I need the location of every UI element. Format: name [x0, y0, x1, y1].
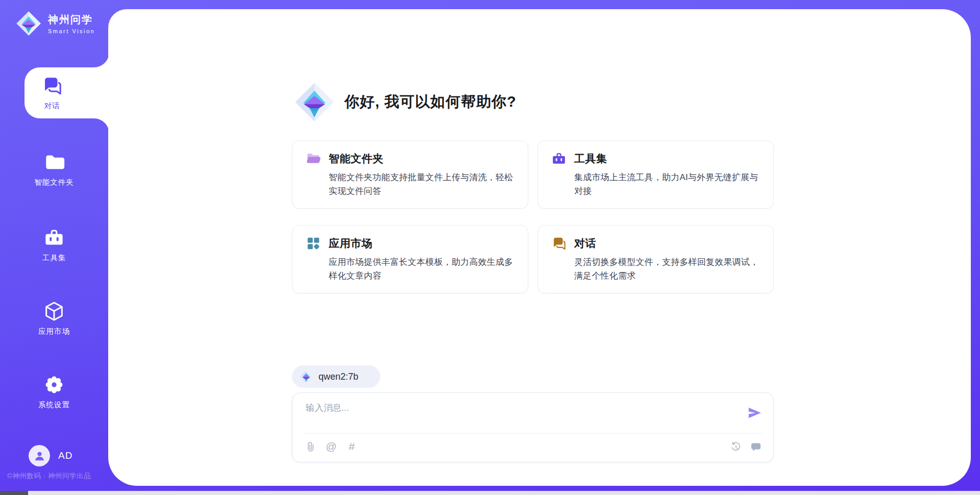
feature-card-desc: 应用市场提供丰富长文本模板，助力高效生成多样化文章内容 [329, 255, 514, 283]
person-icon [33, 450, 46, 462]
composer-divider [303, 433, 763, 434]
send-button[interactable] [747, 405, 762, 420]
history-icon [729, 441, 742, 453]
svg-text:@: @ [326, 441, 336, 452]
cube-icon [43, 301, 65, 322]
toolbox-icon [551, 151, 567, 166]
brand-subtitle: Smart Vision [48, 28, 95, 34]
sidebar-item-label: 系统设置 [38, 400, 70, 410]
mention-button[interactable]: @ [325, 441, 337, 453]
attach-file-button[interactable] [305, 441, 317, 453]
main-panel: 你好, 我可以如何帮助你? 智能文件夹 智能文件夹功能支持批量文件上传与清洗，轻… [108, 9, 971, 486]
feature-card-desc: 集成市场上主流工具，助力AI与外界无缝扩展与对接 [574, 170, 760, 198]
feature-cards: 智能文件夹 智能文件夹功能支持批量文件上传与清洗，轻松实现文件问答 工具集 集成… [292, 140, 774, 293]
avatar [29, 445, 50, 466]
folder-icon [43, 152, 65, 173]
hash-button[interactable]: # [346, 441, 358, 453]
brand-logo-icon [15, 10, 42, 37]
feedback-button[interactable] [750, 441, 762, 453]
sidebar-item-toolbox[interactable]: 工具集 [0, 220, 108, 269]
feature-card-grid[interactable]: 应用市场 应用市场提供丰富长文本模板，助力高效生成多样化文章内容 [292, 225, 528, 293]
feature-card-title: 对话 [574, 236, 596, 251]
greeting: 你好, 我可以如何帮助你? [293, 81, 517, 123]
paperclip-icon [305, 441, 317, 453]
feature-card-title: 工具集 [574, 152, 607, 166]
model-logo-icon [299, 369, 313, 384]
sidebar-item-chat[interactable]: 对话 [24, 67, 109, 118]
greeting-text: 你好, 我可以如何帮助你? [345, 92, 517, 112]
tab-curve-top [94, 52, 109, 67]
gear-icon [43, 374, 65, 395]
feature-card-chat[interactable]: 对话 灵活切换多模型文件，支持多样回复效果调试，满足个性化需求 [537, 225, 774, 293]
composer-toolbar: @ # [305, 437, 762, 457]
feature-card-desc: 灵活切换多模型文件，支持多样回复效果调试，满足个性化需求 [574, 255, 760, 283]
model-name: qwen2:7b [318, 372, 358, 382]
send-icon [747, 405, 762, 420]
feature-card-folder-open[interactable]: 智能文件夹 智能文件夹功能支持批量文件上传与清洗，轻松实现文件问答 [292, 140, 528, 209]
model-selector[interactable]: qwen2:7b [292, 365, 380, 388]
feature-card-title: 应用市场 [329, 236, 373, 251]
message-composer: @ # [292, 392, 774, 462]
history-button[interactable] [729, 441, 742, 453]
sidebar-item-label: 应用市场 [38, 327, 70, 336]
user-name: AD [58, 450, 72, 461]
copyright-text: ©神州数码 · 神州问学出品 [7, 472, 91, 481]
sidebar-item-gear[interactable]: 系统设置 [0, 367, 108, 416]
svg-text:#: # [349, 441, 355, 452]
brand: 神州问学 Smart Vision [15, 10, 95, 37]
feedback-bubble-icon [750, 441, 762, 453]
folder-open-icon [306, 151, 321, 166]
sidebar-item-label: 工具集 [42, 253, 66, 263]
user-profile[interactable]: AD [29, 445, 72, 466]
sidebar-item-folder[interactable]: 智能文件夹 [0, 145, 108, 194]
hash-icon: # [346, 441, 358, 453]
tab-curve-bottom [94, 118, 109, 134]
toolbox-icon [43, 227, 65, 249]
bottom-strip [0, 491, 980, 495]
sidebar-item-label: 智能文件夹 [34, 178, 74, 187]
grid-icon [306, 236, 321, 251]
message-input[interactable] [305, 401, 725, 431]
brand-name: 神州问学 [48, 13, 95, 27]
mention-icon: @ [325, 441, 337, 453]
feature-card-toolbox[interactable]: 工具集 集成市场上主流工具，助力AI与外界无缝扩展与对接 [537, 140, 774, 209]
sidebar-item-cube[interactable]: 应用市场 [0, 294, 108, 343]
sidebar: 神州问学 Smart Vision 对话 智能文件夹 [0, 0, 108, 495]
sidebar-item-label: 对话 [44, 101, 60, 111]
feature-card-desc: 智能文件夹功能支持批量文件上传与清洗，轻松实现文件问答 [329, 170, 514, 198]
chat-icon [551, 236, 567, 251]
chat-icon [41, 75, 63, 96]
assistant-logo-icon [293, 81, 335, 123]
chevron-down-icon [363, 373, 371, 381]
feature-card-title: 智能文件夹 [329, 152, 384, 166]
